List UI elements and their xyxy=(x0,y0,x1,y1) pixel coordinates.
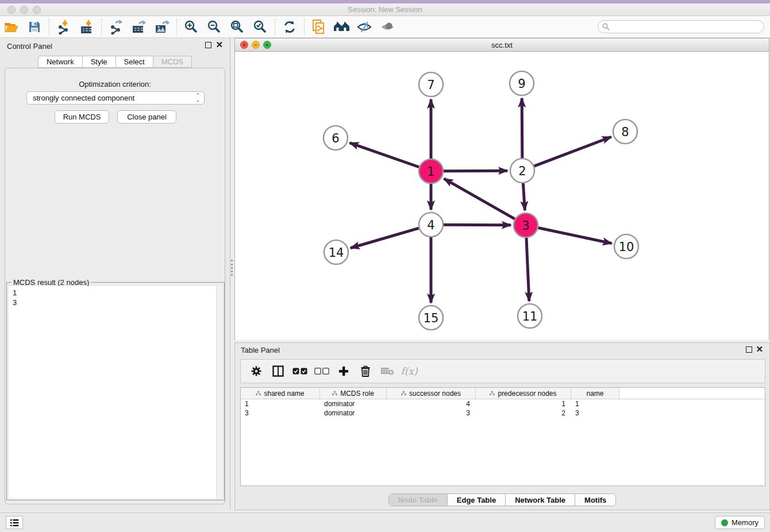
graph-node-label: 7 xyxy=(427,78,434,92)
zoom-out-icon[interactable] xyxy=(203,17,226,37)
close-panel-button[interactable]: Close panel xyxy=(117,110,176,124)
graph-edge-2-3[interactable] xyxy=(523,183,525,210)
table-cell[interactable]: 1 xyxy=(241,399,320,408)
export-network-icon[interactable] xyxy=(105,17,128,37)
column-header-MCDS-role[interactable]: MCDS role xyxy=(320,388,387,399)
delete-row-icon[interactable] xyxy=(355,361,376,381)
fx-label: f(x) xyxy=(401,365,417,377)
tab-mcds[interactable]: MCDS xyxy=(153,56,192,68)
window-title: Session: New Session xyxy=(0,5,770,14)
zoom-selected-icon[interactable] xyxy=(249,17,272,37)
tab-style[interactable]: Style xyxy=(82,56,116,68)
zoom-fit-icon[interactable] xyxy=(226,17,249,37)
delete-table-icon[interactable] xyxy=(376,361,398,381)
table-cell[interactable]: 3 xyxy=(387,408,476,418)
table-cell[interactable]: 1 xyxy=(571,399,619,408)
import-table-icon[interactable] xyxy=(75,17,98,37)
graph-node-label: 3 xyxy=(522,219,529,233)
float-table-panel-icon[interactable] xyxy=(746,346,752,353)
show-columns-icon[interactable] xyxy=(267,361,289,381)
table-cell[interactable]: 3 xyxy=(241,408,320,418)
run-mcds-button[interactable]: Run MCDS xyxy=(55,110,109,124)
mcds-panel: Optimization criterion: strongly connect… xyxy=(5,68,225,504)
toolbar-separator xyxy=(49,18,49,36)
graph-edge-4-3[interactable] xyxy=(444,225,511,225)
table-settings-icon[interactable] xyxy=(245,361,267,381)
table-panel: Table Panel ✕ f(x) shared nameMCDS roles… xyxy=(234,342,770,510)
float-panel-icon[interactable] xyxy=(205,42,211,48)
network-from-selection-icon[interactable] xyxy=(307,17,330,37)
graph-edge-3-1[interactable] xyxy=(444,179,515,219)
memory-status-icon xyxy=(721,519,728,526)
refresh-layout-icon[interactable] xyxy=(278,17,301,37)
network-window-titlebar[interactable]: × − + scc.txt xyxy=(235,38,769,52)
hierarchy-icon xyxy=(332,391,337,396)
tab-network[interactable]: Network xyxy=(38,56,82,68)
export-image-icon[interactable] xyxy=(151,17,174,37)
home-icon[interactable] xyxy=(330,17,353,37)
tab-motifs[interactable]: Motifs xyxy=(575,494,615,506)
network-window-title: scc.txt xyxy=(235,41,769,49)
function-builder-icon[interactable]: f(x) xyxy=(398,361,420,381)
column-header-predecessor-nodes[interactable]: predecessor nodes xyxy=(476,388,571,399)
add-row-icon[interactable] xyxy=(333,361,355,381)
tab-select[interactable]: Select xyxy=(116,56,153,68)
graph-edge-1-6[interactable] xyxy=(350,143,419,167)
table-cell[interactable]: dominator xyxy=(320,399,387,408)
network-canvas[interactable]: 7968124314101511 xyxy=(235,52,769,340)
graph-edge-4-14[interactable] xyxy=(351,228,419,248)
toolbar-separator xyxy=(304,18,305,36)
open-session-icon[interactable] xyxy=(0,17,23,37)
save-session-icon[interactable] xyxy=(23,17,46,37)
graph-edge-2-9[interactable] xyxy=(522,98,522,158)
import-network-icon[interactable] xyxy=(52,17,75,37)
table-tabs: Node Table Edge Table Network Table Moti… xyxy=(388,494,617,506)
graph-node-label: 2 xyxy=(518,164,526,178)
graph-edge-3-11[interactable] xyxy=(526,238,529,301)
graph-node-label: 11 xyxy=(522,310,538,323)
result-scrollbar[interactable] xyxy=(216,286,222,498)
table-cell[interactable]: 1 xyxy=(476,399,571,408)
table-toolbar: f(x) xyxy=(240,359,765,383)
table-cell[interactable]: dominator xyxy=(320,408,387,418)
graph-edge-3-10[interactable] xyxy=(538,228,612,244)
zoom-in-icon[interactable] xyxy=(180,17,203,37)
status-bar: Memory xyxy=(0,512,770,532)
graph-edge-1-2[interactable] xyxy=(444,171,507,171)
control-panel: Control Panel ✕ Network Style Select MCD… xyxy=(0,38,230,510)
window-titlebar: Session: New Session xyxy=(0,3,770,16)
node-table[interactable]: shared nameMCDS rolesuccessor nodesprede… xyxy=(240,387,765,486)
tab-network-table[interactable]: Network Table xyxy=(506,494,575,506)
tab-edge-table[interactable]: Edge Table xyxy=(448,494,506,506)
close-table-panel-icon[interactable]: ✕ xyxy=(756,344,763,354)
search-icon xyxy=(602,23,610,30)
column-header-successor-nodes[interactable]: successor nodes xyxy=(387,388,476,399)
table-row[interactable]: 3dominator323 xyxy=(241,408,765,418)
select-all-rows-icon[interactable] xyxy=(289,361,311,381)
vertical-splitter-grip[interactable] xyxy=(231,260,233,276)
column-header-name[interactable]: name xyxy=(571,388,619,399)
optimization-criterion-select[interactable]: strongly connected component ⌃⌄ xyxy=(26,91,205,105)
search-field[interactable] xyxy=(598,20,764,33)
hide-graphics-details-icon[interactable] xyxy=(353,17,376,37)
table-row[interactable]: 1dominator411 xyxy=(241,399,765,408)
toolbar-separator xyxy=(101,18,102,36)
mcds-result-text[interactable]: 13 xyxy=(9,286,215,498)
tab-node-table[interactable]: Node Table xyxy=(389,494,448,506)
graph-node-label: 9 xyxy=(518,77,525,91)
table-panel-title: Table Panel xyxy=(241,346,280,354)
table-cell[interactable]: 2 xyxy=(476,408,571,418)
task-history-button[interactable] xyxy=(6,516,23,529)
deselect-all-rows-icon[interactable] xyxy=(311,361,333,381)
search-input[interactable] xyxy=(612,23,756,31)
table-cell[interactable]: 4 xyxy=(387,399,476,408)
control-panel-tabs: Network Style Select MCDS xyxy=(0,56,230,68)
export-table-icon[interactable] xyxy=(128,17,151,37)
close-panel-icon[interactable]: ✕ xyxy=(215,40,223,50)
show-graphics-details-icon[interactable] xyxy=(376,17,399,37)
column-header-shared-name[interactable]: shared name xyxy=(241,388,320,399)
graph-edge-2-8[interactable] xyxy=(534,137,611,166)
table-cell[interactable]: 3 xyxy=(571,408,619,418)
memory-button[interactable]: Memory xyxy=(715,516,765,529)
result-line: 3 xyxy=(13,298,215,307)
